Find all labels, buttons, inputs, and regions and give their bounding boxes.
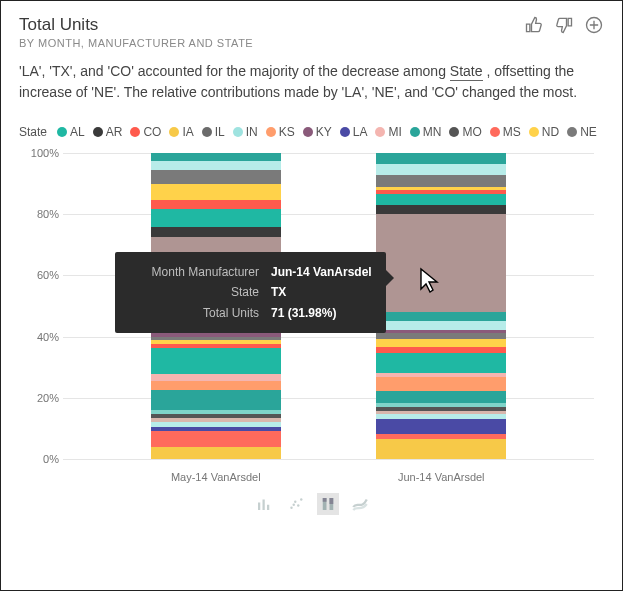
x-axis-label: Jun-14 VanArsdel xyxy=(376,471,506,483)
legend-item-nd[interactable]: ND xyxy=(529,125,559,139)
bar-segment[interactable] xyxy=(151,381,281,390)
legend-swatch-icon xyxy=(410,127,420,137)
bar-segment[interactable] xyxy=(376,194,506,205)
legend-swatch-icon xyxy=(449,127,459,137)
legend-item-mi[interactable]: MI xyxy=(375,125,401,139)
bar-segment[interactable] xyxy=(376,339,506,347)
tooltip: Month ManufacturerJun-14 VanArsdel State… xyxy=(115,252,386,333)
y-axis-label: 60% xyxy=(19,269,59,281)
bar-chart-icon[interactable] xyxy=(253,493,275,515)
svg-point-4 xyxy=(290,507,292,509)
svg-point-5 xyxy=(294,501,296,503)
narrative-part1: 'LA', 'TX', and 'CO' accounted for the m… xyxy=(19,63,450,79)
tooltip-val-0: Jun-14 VanArsdel xyxy=(271,262,372,282)
narrative-link-state[interactable]: State xyxy=(450,63,483,81)
x-axis-label: May-14 VanArsdel xyxy=(151,471,281,483)
bar-segment[interactable] xyxy=(151,170,281,184)
legend-item-co[interactable]: CO xyxy=(130,125,161,139)
legend-item-ms[interactable]: MS xyxy=(490,125,521,139)
legend-item-ar[interactable]: AR xyxy=(93,125,123,139)
y-axis-label: 100% xyxy=(19,147,59,159)
y-axis-label: 80% xyxy=(19,208,59,220)
svg-point-7 xyxy=(300,498,302,500)
legend-item-ks[interactable]: KS xyxy=(266,125,295,139)
bar-segment[interactable] xyxy=(151,184,281,199)
bar-segment[interactable] xyxy=(376,175,506,187)
thumbs-down-icon[interactable] xyxy=(554,15,574,35)
svg-rect-3 xyxy=(267,505,269,510)
bar-segment[interactable] xyxy=(376,391,506,403)
tooltip-key-1: State xyxy=(129,282,259,302)
legend-item-in[interactable]: IN xyxy=(233,125,258,139)
legend-swatch-icon xyxy=(57,127,67,137)
legend-swatch-icon xyxy=(375,127,385,137)
svg-rect-2 xyxy=(262,500,264,511)
legend-item-il[interactable]: IL xyxy=(202,125,225,139)
gridline xyxy=(63,459,594,460)
legend-item-al[interactable]: AL xyxy=(57,125,85,139)
legend-swatch-icon xyxy=(130,127,140,137)
legend-swatch-icon xyxy=(567,127,577,137)
chart-area: 0%20%40%60%80%100% May-14 VanArsdelJun-1… xyxy=(19,147,604,487)
bar-segment[interactable] xyxy=(151,161,281,170)
y-axis-label: 40% xyxy=(19,331,59,343)
scatter-chart-icon[interactable] xyxy=(285,493,307,515)
stacked-chart-icon[interactable] xyxy=(317,493,339,515)
bar-segment[interactable] xyxy=(376,321,506,330)
bar-segment[interactable] xyxy=(376,439,506,459)
legend-item-ky[interactable]: KY xyxy=(303,125,332,139)
y-axis-label: 0% xyxy=(19,453,59,465)
legend: State ALARCOIAILINKSKYLAMIMNMOMSNDNENM ▶ xyxy=(19,125,604,139)
tooltip-val-1: TX xyxy=(271,282,286,302)
svg-point-6 xyxy=(297,504,299,506)
bar-segment[interactable] xyxy=(151,209,281,228)
tooltip-key-2: Total Units xyxy=(129,303,259,323)
legend-swatch-icon xyxy=(169,127,179,137)
card-subtitle: BY MONTH, MANUFACTURER AND STATE xyxy=(19,37,253,49)
tooltip-val-2: 71 (31.98%) xyxy=(271,303,336,323)
bar-segment[interactable] xyxy=(151,431,281,446)
legend-item-la[interactable]: LA xyxy=(340,125,368,139)
legend-swatch-icon xyxy=(233,127,243,137)
narrative-text: 'LA', 'TX', and 'CO' accounted for the m… xyxy=(19,61,604,103)
legend-title: State xyxy=(19,125,47,139)
ribbon-chart-icon[interactable] xyxy=(349,493,371,515)
legend-swatch-icon xyxy=(340,127,350,137)
legend-swatch-icon xyxy=(93,127,103,137)
bar-segment[interactable] xyxy=(376,205,506,214)
legend-item-mn[interactable]: MN xyxy=(410,125,442,139)
legend-swatch-icon xyxy=(202,127,212,137)
legend-item-mo[interactable]: MO xyxy=(449,125,481,139)
legend-item-ia[interactable]: IA xyxy=(169,125,193,139)
bar-segment[interactable] xyxy=(151,227,281,236)
bar-segment[interactable] xyxy=(151,390,281,410)
legend-swatch-icon xyxy=(303,127,313,137)
x-axis-labels: May-14 VanArsdelJun-14 VanArsdel xyxy=(63,471,594,483)
legend-item-ne[interactable]: NE xyxy=(567,125,597,139)
stacked-bar[interactable] xyxy=(376,153,506,459)
bar-segment[interactable] xyxy=(376,164,506,175)
thumbs-up-icon[interactable] xyxy=(524,15,544,35)
legend-swatch-icon xyxy=(529,127,539,137)
view-switch-bar xyxy=(19,493,604,515)
bar-segment[interactable] xyxy=(151,200,281,209)
bar-segment[interactable] xyxy=(376,312,506,321)
svg-rect-10 xyxy=(322,498,326,502)
bar-segment[interactable] xyxy=(151,153,281,161)
bar-segment[interactable] xyxy=(151,447,281,459)
svg-rect-12 xyxy=(329,498,333,504)
svg-point-8 xyxy=(292,504,294,506)
bar-segment[interactable] xyxy=(151,348,281,374)
bar-segment[interactable] xyxy=(376,353,506,373)
add-icon[interactable] xyxy=(584,15,604,35)
bar-segment[interactable] xyxy=(376,214,506,312)
bar-segment[interactable] xyxy=(376,377,506,391)
bar-segment[interactable] xyxy=(376,153,506,164)
bar-segment[interactable] xyxy=(376,419,506,434)
tooltip-key-0: Month Manufacturer xyxy=(129,262,259,282)
legend-swatch-icon xyxy=(490,127,500,137)
legend-swatch-icon xyxy=(266,127,276,137)
header-row: Total Units BY MONTH, MANUFACTURER AND S… xyxy=(19,15,604,49)
cursor-icon xyxy=(419,267,441,293)
insight-card: Total Units BY MONTH, MANUFACTURER AND S… xyxy=(0,0,623,591)
